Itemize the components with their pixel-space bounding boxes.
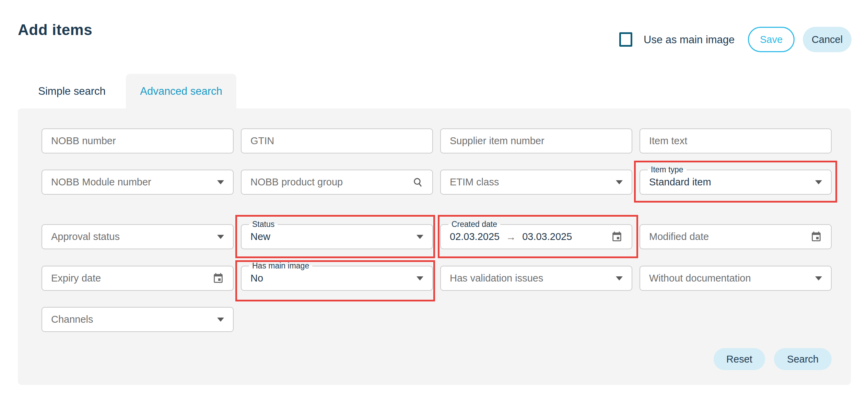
reset-button[interactable]: Reset <box>714 348 765 370</box>
has-main-image-dropdown[interactable]: Has main image No <box>241 266 433 291</box>
arrow-right-icon: → <box>506 231 516 243</box>
chevron-down-icon <box>616 276 623 280</box>
chevron-down-icon <box>217 235 224 239</box>
created-date-to[interactable]: 03.03.2025 <box>522 231 572 242</box>
search-button[interactable]: Search <box>774 348 832 370</box>
calendar-icon[interactable] <box>611 231 623 243</box>
created-date-label: Created date <box>448 220 500 229</box>
add-items-dialog: Add items Use as main image Save Cancel … <box>0 0 868 401</box>
status-value: New <box>250 231 270 242</box>
gtin-field[interactable] <box>241 128 433 153</box>
has-validation-issues-dropdown[interactable]: Has validation issues <box>440 266 632 291</box>
channels-dropdown[interactable]: Channels <box>42 307 234 332</box>
use-as-main-image-checkbox[interactable] <box>619 32 632 47</box>
use-as-main-image-label: Use as main image <box>644 34 735 46</box>
item-text-input[interactable] <box>649 129 822 153</box>
etim-class-dropdown[interactable]: ETIM class <box>440 170 632 195</box>
tab-simple-search[interactable]: Simple search <box>18 74 126 108</box>
calendar-icon[interactable] <box>810 231 822 243</box>
chevron-down-icon <box>417 235 423 239</box>
expiry-date-placeholder: Expiry date <box>51 273 101 284</box>
chevron-down-icon <box>417 276 423 280</box>
nobb-module-number-dropdown[interactable]: NOBB Module number <box>42 170 234 195</box>
chevron-down-icon <box>217 318 224 322</box>
item-type-dropdown[interactable]: Item type Standard item <box>640 170 832 195</box>
nobb-product-group-field[interactable]: NOBB product group <box>241 170 433 195</box>
nobb-product-group-placeholder: NOBB product group <box>250 176 343 188</box>
approval-status-dropdown[interactable]: Approval status <box>42 224 234 249</box>
calendar-icon[interactable] <box>212 272 224 285</box>
status-label: Status <box>249 220 278 229</box>
chevron-down-icon <box>217 180 224 184</box>
save-button[interactable]: Save <box>748 27 795 52</box>
created-date-field[interactable]: Created date 02.03.2025 → 03.03.2025 <box>440 224 632 249</box>
chevron-down-icon <box>815 180 822 184</box>
nobb-number-field[interactable] <box>42 128 234 153</box>
approval-status-placeholder: Approval status <box>51 231 120 242</box>
modified-date-field[interactable]: Modified date <box>640 224 832 249</box>
advanced-search-panel: NOBB Module number NOBB product group ET… <box>18 108 851 385</box>
page-title: Add items <box>18 21 92 38</box>
item-type-value: Standard item <box>649 176 711 188</box>
chevron-down-icon <box>815 276 822 280</box>
nobb-number-input[interactable] <box>51 129 224 153</box>
has-main-image-label: Has main image <box>249 261 312 270</box>
etim-class-placeholder: ETIM class <box>450 176 499 188</box>
expiry-date-field[interactable]: Expiry date <box>42 266 234 291</box>
item-text-field[interactable] <box>640 128 832 153</box>
without-documentation-dropdown[interactable]: Without documentation <box>640 266 832 291</box>
gtin-input[interactable] <box>250 129 423 153</box>
has-validation-issues-placeholder: Has validation issues <box>450 273 543 284</box>
created-date-from[interactable]: 02.03.2025 <box>450 231 500 242</box>
has-main-image-value: No <box>250 273 263 284</box>
supplier-item-number-input[interactable] <box>450 129 623 153</box>
cancel-button[interactable]: Cancel <box>803 27 852 52</box>
nobb-module-number-placeholder: NOBB Module number <box>51 176 151 188</box>
channels-placeholder: Channels <box>51 314 93 325</box>
status-dropdown[interactable]: Status New <box>241 224 433 249</box>
supplier-item-number-field[interactable] <box>440 128 632 153</box>
search-icon[interactable] <box>412 177 423 188</box>
modified-date-placeholder: Modified date <box>649 231 709 242</box>
chevron-down-icon <box>616 180 623 184</box>
tab-advanced-search[interactable]: Advanced search <box>126 74 236 108</box>
search-tabs: Simple search Advanced search <box>18 74 236 108</box>
without-documentation-placeholder: Without documentation <box>649 273 751 284</box>
item-type-label: Item type <box>648 165 687 174</box>
